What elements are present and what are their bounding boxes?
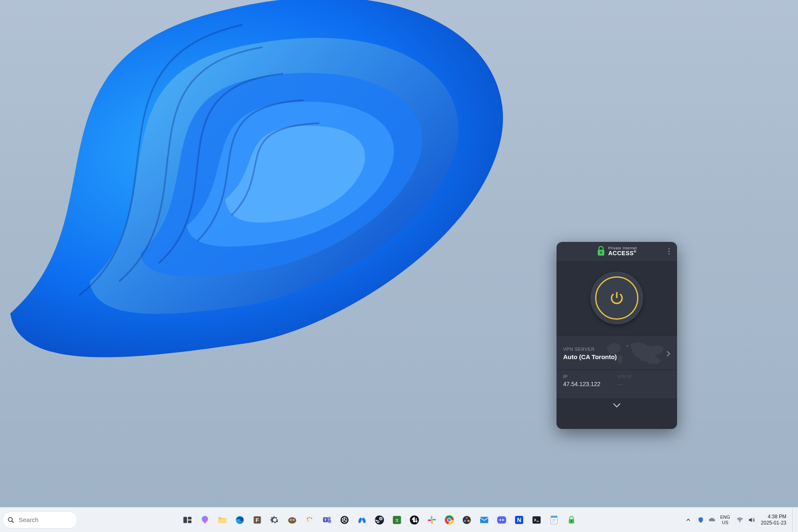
svg-point-12 [288,517,297,523]
svg-rect-24 [328,519,332,523]
pia-menu-button[interactable] [665,245,673,257]
taskbar-app-teams[interactable]: T [320,512,335,527]
svg-point-19 [311,517,312,519]
svg-rect-5 [184,517,187,523]
desktop-wallpaper[interactable] [0,0,798,532]
tray-lang-top: ENG [720,515,730,520]
taskbar-app-slack[interactable] [424,512,439,527]
taskbar-app-copilot[interactable] [197,512,212,527]
svg-point-17 [307,518,308,519]
taskbar-app-gimp[interactable] [285,512,300,527]
svg-rect-36 [428,519,432,520]
tray-clock[interactable]: 4:38 PM 2025-01-23 [761,514,789,526]
taskbar-app-settings[interactable] [267,512,282,527]
tray-onedrive-icon[interactable] [708,515,717,525]
taskbar-app-notepad[interactable] [547,512,562,527]
tray-language-button[interactable]: ENG US [720,515,730,525]
svg-rect-35 [431,520,433,524]
vpn-server-value: Auto (CA Toronto) [563,353,617,360]
taskbar-app-file-explorer[interactable] [215,512,230,527]
svg-point-46 [500,519,501,521]
ip-value: 47.54.123.122 [563,381,601,387]
pia-titlebar[interactable]: Private Internet ACCESS® [557,242,677,260]
taskbar-app-figma[interactable]: F [250,512,265,527]
taskbar-app-edge[interactable] [232,512,247,527]
taskbar-search[interactable] [2,511,77,529]
chevron-down-icon [612,402,621,408]
svg-text:T: T [325,517,327,522]
pia-power-button[interactable] [591,272,643,324]
svg-line-4 [12,521,14,522]
svg-point-28 [380,518,382,519]
svg-rect-45 [498,516,507,523]
svg-rect-44 [480,517,489,523]
ip-label: IP [563,374,601,379]
vpn-server-label: VPN SERVER [563,347,617,352]
svg-rect-52 [551,516,557,517]
taskbar-app-pi[interactable]: π [389,512,404,527]
pia-lock-icon [596,246,606,256]
wifi-icon [736,516,744,524]
svg-text:F: F [256,517,259,523]
svg-point-41 [466,517,468,519]
svg-rect-7 [188,520,192,523]
pia-server-row[interactable]: VPN SERVER Auto (CA Toronto) [557,336,677,370]
tray-overflow-button[interactable] [684,515,693,525]
svg-point-43 [468,520,470,522]
vpn-ip-label: VPN IP [617,374,632,379]
taskbar-app-n[interactable]: N [512,512,527,527]
tray-quick-settings[interactable] [734,516,758,524]
svg-point-39 [448,518,451,521]
taskbar-app-davinci[interactable] [459,512,474,527]
show-desktop-button[interactable] [792,507,795,532]
pia-expand-button[interactable] [557,399,677,429]
taskbar-app-meta[interactable] [355,512,369,527]
svg-point-20 [307,520,308,521]
pia-window: Private Internet ACCESS® [557,242,677,429]
svg-point-23 [328,517,331,520]
taskbar-center-apps: F T π [77,512,682,527]
search-icon [7,516,15,524]
taskbar-app-terminal[interactable] [529,512,544,527]
pia-logo-line2: ACCESS® [608,250,637,256]
svg-point-47 [502,519,504,521]
taskbar-system-tray: ENG US 4:38 PM 2025-01-23 [682,507,798,532]
tray-lang-bottom: US [720,520,730,525]
svg-text:N: N [517,517,521,523]
pia-logo: Private Internet ACCESS® [596,246,637,256]
taskbar-search-input[interactable] [19,516,64,523]
svg-rect-2 [601,252,601,254]
svg-text:π: π [396,517,399,523]
taskbar-app-paint[interactable] [302,512,317,527]
svg-rect-50 [533,516,541,523]
tray-security-icon[interactable] [696,515,705,525]
svg-rect-6 [188,517,192,520]
pia-power-section [557,260,677,336]
svg-rect-33 [431,516,432,520]
taskbar-app-pia[interactable] [564,512,579,527]
power-icon [609,290,625,306]
tray-date: 2025-01-23 [761,520,786,526]
bloom-graphic [0,0,582,520]
tray-time: 4:38 PM [761,514,786,520]
svg-rect-58 [571,521,572,522]
taskbar-app-chrome[interactable] [442,512,457,527]
svg-rect-34 [432,519,436,520]
svg-rect-8 [219,519,227,523]
taskbar-app-chatgpt[interactable] [337,512,352,527]
svg-point-15 [291,519,291,520]
svg-point-3 [8,517,12,522]
taskbar-app-steam[interactable] [372,512,387,527]
svg-point-18 [309,517,310,518]
taskbar-app-discord[interactable] [494,512,509,527]
taskbar-app-task-view[interactable] [180,512,195,527]
volume-icon [748,516,755,524]
svg-point-42 [464,520,466,522]
taskbar-app-unreal[interactable] [407,512,422,527]
svg-point-16 [293,519,294,520]
pia-ip-row: IP 47.54.123.122 VPN IP — [557,370,677,399]
taskbar: F T π [0,507,798,532]
vpn-ip-value: — [617,381,632,387]
svg-point-59 [739,521,740,522]
taskbar-app-mail[interactable] [477,512,492,527]
